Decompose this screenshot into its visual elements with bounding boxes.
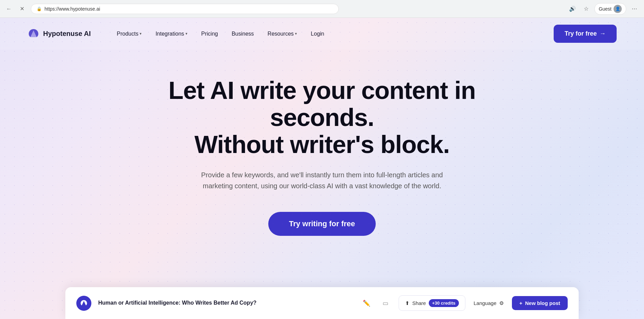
navbar: Hypotenuse AI Products ▾ Integrations ▾ … [0,18,644,50]
login-label: Login [311,31,324,37]
speaker-icon-button[interactable]: 🔊 [567,3,578,14]
resources-menu[interactable]: Resources ▾ [262,28,302,40]
try-writing-button[interactable]: Try writing for free [268,212,375,236]
card-logo-icon [80,299,88,307]
logo-icon [27,28,40,40]
resources-chevron-icon: ▾ [295,31,297,36]
browser-right-icons: 🔊 ☆ Guest 👤 ⋯ [567,3,640,15]
card-document-title: Human or Artificial Intelligence: Who Wr… [98,299,353,307]
card-actions: ⬆ Share +30 credits Language ⚙ + New blo… [399,295,568,311]
pricing-link[interactable]: Pricing [196,28,223,40]
guest-avatar: 👤 [614,5,622,13]
products-chevron-icon: ▾ [140,31,142,36]
hero-title-line1: Let AI write your content in seconds. [168,77,475,131]
guest-label: Guest [599,6,611,12]
resources-label: Resources [268,31,294,37]
bottom-card-wrapper: Human or Artificial Intelligence: Who Wr… [65,287,579,319]
hero-title-line2: Without writer's block. [194,131,450,158]
share-label: Share [412,300,426,306]
split-icon: ▭ [383,299,388,307]
logo-text: Hypotenuse AI [43,30,91,38]
new-blog-post-button[interactable]: + New blog post [512,296,568,310]
new-post-label: New blog post [525,300,561,306]
language-button[interactable]: Language ⚙ [469,297,508,310]
share-icon: ⬆ [405,300,410,306]
integrations-menu[interactable]: Integrations ▾ [150,28,193,40]
translate-icon: ⚙ [499,300,504,306]
browser-nav-buttons: ← ✕ [4,4,27,14]
more-options-button[interactable]: ⋯ [629,3,640,14]
try-free-label: Try for free [565,30,597,37]
card-logo [76,296,91,311]
hero-section: Let AI write your content in seconds. Wi… [0,50,644,256]
try-free-button[interactable]: Try for free → [554,25,617,43]
edit-icon: ✏️ [363,299,370,307]
favorites-icon-button[interactable]: ☆ [581,3,592,14]
hero-subtitle: Provide a few keywords, and we'll instan… [199,169,445,191]
url-text: https://www.hypotenuse.ai [44,6,100,12]
try-writing-label: Try writing for free [289,219,355,228]
guest-profile-button[interactable]: Guest 👤 [594,3,626,15]
try-free-arrow-icon: → [600,30,606,37]
browser-chrome: ← ✕ 🔒 https://www.hypotenuse.ai 🔊 ☆ Gues… [0,0,644,18]
pricing-label: Pricing [201,31,218,37]
integrations-label: Integrations [155,31,184,37]
business-label: Business [232,31,254,37]
new-post-plus-icon: + [519,300,523,306]
nav-links: Products ▾ Integrations ▾ Pricing Busine… [111,28,554,40]
main-page: Hypotenuse AI Products ▾ Integrations ▾ … [0,18,644,319]
login-button[interactable]: Login [305,28,330,40]
back-button[interactable]: ← [4,4,14,14]
share-button[interactable]: ⬆ Share +30 credits [399,295,465,311]
bottom-card: Human or Artificial Intelligence: Who Wr… [65,287,579,319]
logo-link[interactable]: Hypotenuse AI [27,28,91,40]
credits-badge: +30 credits [429,299,459,307]
address-bar[interactable]: 🔒 https://www.hypotenuse.ai [31,4,339,14]
edit-icon-button[interactable]: ✏️ [360,297,373,309]
integrations-chevron-icon: ▾ [185,31,188,36]
hero-title: Let AI write your content in seconds. Wi… [168,77,476,158]
products-menu[interactable]: Products ▾ [111,28,147,40]
lock-icon: 🔒 [37,7,42,11]
business-link[interactable]: Business [226,28,259,40]
products-label: Products [117,31,138,37]
split-view-button[interactable]: ▭ [379,297,392,309]
close-button[interactable]: ✕ [17,4,27,14]
language-label: Language [474,300,497,306]
